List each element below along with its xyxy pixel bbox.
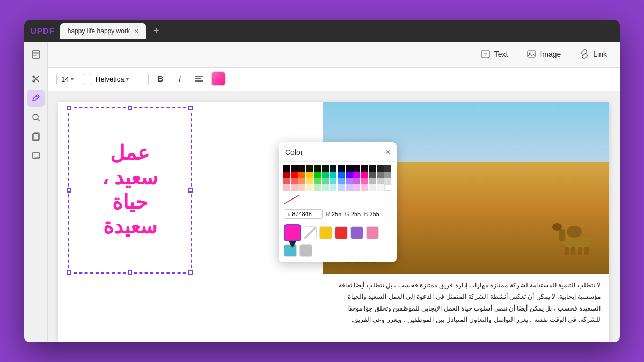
sidebar-icon-search[interactable] xyxy=(27,109,45,126)
palette-cell[interactable] xyxy=(291,172,298,178)
palette-cell[interactable] xyxy=(291,165,298,172)
palette-cell[interactable] xyxy=(306,178,313,184)
transparent-swatch[interactable] xyxy=(304,226,317,239)
font-size-control[interactable]: 14 ▾ xyxy=(56,73,85,85)
palette-cell[interactable] xyxy=(314,165,321,172)
resize-handle-bl[interactable] xyxy=(67,270,71,275)
tab-image[interactable]: Image xyxy=(522,47,565,62)
palette-cell[interactable] xyxy=(298,172,305,178)
palette-cell[interactable] xyxy=(314,184,321,191)
palette-cell[interactable] xyxy=(291,184,298,191)
palette-cell[interactable] xyxy=(369,184,376,191)
red-swatch[interactable] xyxy=(335,226,348,239)
resize-handle-bc[interactable] xyxy=(128,270,132,275)
palette-cell[interactable] xyxy=(283,165,290,172)
resize-handle-tl[interactable] xyxy=(67,106,71,110)
palette-cell[interactable] xyxy=(353,172,360,178)
palette-cell[interactable] xyxy=(306,184,313,191)
purple-swatch[interactable] xyxy=(350,226,363,239)
palette-cell[interactable] xyxy=(338,165,345,172)
palette-cell[interactable] xyxy=(322,178,329,184)
palette-cell[interactable] xyxy=(353,178,360,184)
bold-button[interactable]: B xyxy=(153,71,168,86)
resize-handle-tc[interactable] xyxy=(128,106,132,110)
tab-text[interactable]: T Text xyxy=(476,47,513,62)
palette-cell[interactable] xyxy=(322,172,329,178)
sidebar-icon-edit[interactable] xyxy=(27,90,45,107)
resize-handle-mr[interactable] xyxy=(188,188,193,193)
color-swatch-button[interactable] xyxy=(211,71,226,86)
align-button[interactable] xyxy=(192,71,207,86)
add-tab-button[interactable]: + xyxy=(153,25,159,36)
hex-hash: # xyxy=(288,211,291,217)
sidebar-icon-cut[interactable] xyxy=(27,70,45,87)
palette-cell[interactable] xyxy=(283,184,290,191)
palette-cell[interactable] xyxy=(298,184,305,191)
text-tab-icon: T xyxy=(480,49,491,60)
tab-link[interactable]: Link xyxy=(575,47,611,62)
palette-cell[interactable] xyxy=(322,165,329,172)
gray-swatch[interactable] xyxy=(299,244,312,257)
sidebar-icon-comment[interactable] xyxy=(27,147,45,165)
palette-cell[interactable] xyxy=(369,165,376,172)
yellow-swatch[interactable] xyxy=(319,226,332,239)
palette-cell[interactable] xyxy=(361,178,368,184)
palette-cell[interactable] xyxy=(353,165,360,172)
palette-cell[interactable] xyxy=(346,165,353,172)
palette-cell[interactable] xyxy=(361,165,368,172)
tab-close-icon[interactable]: × xyxy=(134,27,138,35)
color-picker-close-button[interactable]: × xyxy=(385,147,390,157)
palette-cell[interactable] xyxy=(377,165,384,172)
palette-cell[interactable] xyxy=(298,178,305,184)
text-selection-box[interactable]: عملسعيد ،حياةسعيدة xyxy=(68,107,192,274)
app-tab[interactable]: happy life happy work × xyxy=(60,23,146,39)
hex-input[interactable]: # 874848 xyxy=(284,209,323,219)
link-tab-label: Link xyxy=(593,50,607,58)
palette-cell[interactable] xyxy=(346,172,353,178)
palette-cell[interactable] xyxy=(338,184,345,191)
page-content[interactable]: عملسعيد ،حياةسعيدة xyxy=(48,91,620,342)
svg-rect-11 xyxy=(528,51,535,57)
svg-point-5 xyxy=(33,114,38,120)
palette-cell[interactable] xyxy=(361,184,368,191)
palette-cell[interactable] xyxy=(361,172,368,178)
palette-cell[interactable] xyxy=(338,178,345,184)
palette-cell[interactable] xyxy=(377,178,384,184)
palette-cell[interactable] xyxy=(330,178,336,184)
palette-cell[interactable] xyxy=(384,165,391,172)
palette-cell[interactable] xyxy=(322,184,329,191)
palette-cell[interactable] xyxy=(346,184,353,191)
resize-handle-ml[interactable] xyxy=(67,188,71,193)
palette-cell[interactable] xyxy=(338,172,345,178)
palette-cell[interactable] xyxy=(346,178,353,184)
resize-handle-tr[interactable] xyxy=(188,106,193,110)
palette-cell[interactable] xyxy=(298,165,305,172)
sidebar-icon-thumbnail[interactable] xyxy=(27,46,45,63)
palette-cell[interactable] xyxy=(306,172,313,178)
palette-cell[interactable] xyxy=(377,184,384,191)
palette-cell[interactable] xyxy=(283,172,290,178)
palette-cell[interactable] xyxy=(377,172,384,178)
b-value: 255 xyxy=(370,211,379,217)
palette-cell[interactable] xyxy=(283,178,290,184)
palette-cell[interactable] xyxy=(384,172,391,178)
palette-cell[interactable] xyxy=(353,184,360,191)
palette-cell[interactable] xyxy=(330,165,336,172)
palette-cell[interactable] xyxy=(330,184,336,191)
palette-cell[interactable] xyxy=(291,178,298,184)
palette-cell[interactable] xyxy=(314,172,321,178)
palette-cell[interactable] xyxy=(384,184,391,191)
pink-swatch[interactable] xyxy=(366,226,379,239)
font-family-control[interactable]: Helvetica ▾ xyxy=(90,73,149,85)
sidebar-icon-pages[interactable] xyxy=(27,128,45,145)
active-color-swatch[interactable] xyxy=(284,224,301,241)
palette-cell[interactable] xyxy=(384,178,391,184)
resize-handle-br[interactable] xyxy=(188,270,193,275)
palette-cell[interactable] xyxy=(306,165,313,172)
color-grid[interactable] xyxy=(283,165,392,191)
palette-cell[interactable] xyxy=(314,178,321,184)
italic-button[interactable]: I xyxy=(172,71,187,86)
palette-cell[interactable] xyxy=(369,172,376,178)
palette-cell[interactable] xyxy=(330,172,336,178)
palette-cell[interactable] xyxy=(369,178,376,184)
